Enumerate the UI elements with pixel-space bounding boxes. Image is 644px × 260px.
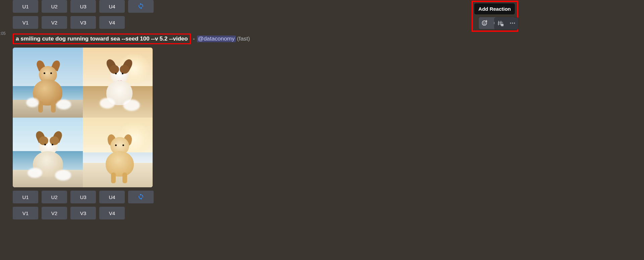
prompt-text: a smiling cute dog running toward sea --…: [13, 34, 191, 44]
svg-rect-4: [501, 23, 504, 26]
variation-row-bottom: V1 V2 V3 V4: [13, 207, 250, 219]
grid-image-1[interactable]: [13, 48, 83, 118]
upscale-row-bottom: U1 U2 U3 U4: [13, 191, 250, 203]
v3-button[interactable]: V3: [70, 16, 96, 29]
grid-image-4[interactable]: [83, 118, 153, 188]
grid-image-2[interactable]: [83, 48, 153, 118]
action-bar-secondary: [494, 17, 519, 29]
u3-button-b[interactable]: U3: [70, 191, 96, 203]
svg-point-0: [482, 21, 487, 25]
reroll-icon: [138, 193, 144, 201]
u4-button-b[interactable]: U4: [99, 191, 125, 203]
upscale-row-top: U1 U2 U3 U4: [13, 0, 250, 13]
prompt-line: a smiling cute dog running toward sea --…: [13, 34, 250, 44]
v2-button-b[interactable]: V2: [42, 207, 67, 219]
svg-point-6: [512, 22, 513, 23]
mode-label: (fast): [237, 36, 250, 42]
v4-button-b[interactable]: V4: [99, 207, 125, 219]
svg-point-1: [483, 22, 484, 23]
svg-point-2: [485, 22, 485, 23]
add-reaction-button[interactable]: [479, 17, 491, 29]
message-timestamp: :05: [0, 31, 6, 36]
variation-row-top: V1 V2 V3 V4: [13, 16, 250, 29]
u4-button[interactable]: U4: [99, 0, 125, 13]
create-thread-icon: [497, 20, 504, 27]
prompt-separator: -: [193, 36, 195, 42]
v1-button-b[interactable]: V1: [13, 207, 38, 219]
v4-button[interactable]: V4: [99, 16, 125, 29]
message-block: U1 U2 U3 U4 V1 V2 V3 V4 a smiling cute d…: [13, 0, 250, 223]
more-button[interactable]: [506, 17, 519, 29]
u2-button-b[interactable]: U2: [42, 191, 67, 203]
v2-button[interactable]: V2: [42, 16, 67, 29]
u2-button[interactable]: U2: [42, 0, 67, 13]
add-reaction-icon: [481, 19, 488, 27]
create-thread-button[interactable]: [494, 17, 506, 29]
u1-button-b[interactable]: U1: [13, 191, 38, 203]
reroll-icon: [138, 3, 144, 10]
grid-image-3[interactable]: [13, 118, 83, 188]
more-icon: [509, 20, 516, 27]
u3-button[interactable]: U3: [70, 0, 96, 13]
add-reaction-tooltip: Add Reaction: [474, 3, 515, 14]
svg-point-7: [514, 22, 515, 23]
reroll-button-top[interactable]: [128, 0, 154, 13]
image-grid[interactable]: [13, 48, 153, 187]
u1-button[interactable]: U1: [13, 0, 38, 13]
v1-button[interactable]: V1: [13, 16, 38, 29]
user-mention[interactable]: @dataconomy: [197, 36, 236, 42]
v3-button-b[interactable]: V3: [70, 207, 96, 219]
svg-point-5: [510, 22, 511, 23]
reroll-button-bottom[interactable]: [128, 191, 154, 203]
